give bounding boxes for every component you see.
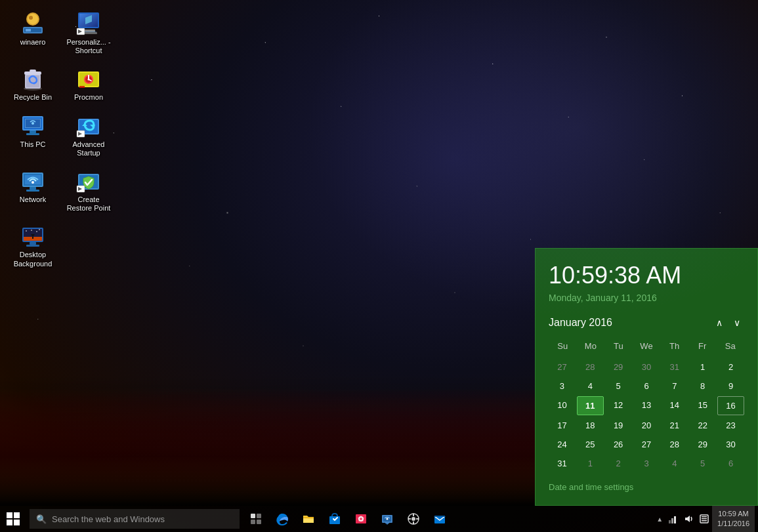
calendar-day[interactable]: 30 (633, 358, 660, 376)
desktop-icon-this-pc[interactable]: This PC (7, 109, 59, 161)
taskbar-explorer[interactable] (295, 506, 322, 532)
svg-rect-62 (251, 514, 255, 518)
calendar-day[interactable]: 31 (661, 358, 688, 376)
calendar-day[interactable]: 30 (717, 436, 744, 453)
calendar-day[interactable]: 28 (577, 358, 604, 376)
tray-network-icon[interactable] (665, 506, 681, 532)
taskbar-connect[interactable] (374, 506, 400, 532)
calendar-day[interactable]: 7 (661, 377, 688, 395)
this-pc-icon (20, 112, 46, 138)
svg-rect-60 (30, 242, 36, 245)
desktop-icons-container: winaero (7, 7, 115, 275)
calendar-day[interactable]: 12 (605, 396, 632, 415)
datetime-settings-link[interactable]: Date and time settings (549, 482, 744, 492)
calendar-day[interactable]: 2 (717, 358, 744, 376)
calendar-day[interactable]: 1 (577, 455, 604, 472)
taskbar-pinned-apps (243, 506, 453, 532)
calendar-day-headers: Su Mo Tu We Th Fr Sa (549, 339, 744, 353)
clock-date-display: Monday, January 11, 2016 (549, 293, 744, 303)
calendar-prev-button[interactable]: ∧ (712, 316, 726, 329)
calendar-day[interactable]: 3 (549, 377, 576, 395)
tray-volume-icon[interactable] (681, 506, 696, 532)
day-header-fr: Fr (688, 339, 717, 353)
taskbar-task-view[interactable] (243, 506, 269, 532)
calendar-day[interactable]: 4 (661, 455, 688, 472)
calendar-day[interactable]: 6 (633, 377, 660, 395)
search-icon: 🔍 (36, 514, 47, 524)
winaero-icon (20, 10, 46, 36)
calendar-day[interactable]: 27 (633, 436, 660, 453)
taskbar-mail[interactable] (427, 506, 453, 532)
calendar-day[interactable]: 5 (689, 455, 716, 472)
svg-point-2 (29, 16, 33, 20)
taskbar-store[interactable] (322, 506, 348, 532)
svg-rect-61 (26, 245, 39, 247)
svg-rect-5 (26, 29, 31, 31)
calendar-day[interactable]: 19 (605, 417, 632, 434)
calendar-day[interactable]: 24 (549, 436, 576, 453)
day-header-mo: Mo (577, 339, 605, 353)
calendar-next-button[interactable]: ∨ (730, 316, 744, 329)
calendar-day[interactable]: 1 (689, 358, 716, 376)
icon-row-4: Desktop Background (7, 219, 115, 271)
calendar-day[interactable]: 15 (689, 396, 716, 415)
clock-calendar-popup: 10:59:38 AM Monday, January 11, 2016 Jan… (535, 248, 758, 506)
svg-rect-83 (434, 516, 445, 517)
desktop-icon-desktop-bg[interactable]: Desktop Background (7, 219, 59, 271)
personalize-label: Personaliz... - Shortcut (66, 38, 112, 55)
calendar-day[interactable]: 10 (549, 396, 576, 415)
calendar-day[interactable]: 23 (717, 417, 744, 434)
desktop-icon-winaero[interactable]: winaero (7, 7, 59, 58)
calendar-day[interactable]: 29 (689, 436, 716, 453)
calendar-day[interactable]: 17 (549, 417, 576, 434)
svg-point-55 (31, 230, 32, 232)
start-button[interactable] (0, 506, 26, 532)
calendar-day[interactable]: 29 (605, 358, 632, 376)
day-header-sa: Sa (716, 339, 744, 353)
desktop-icon-create-restore[interactable]: Create Restore Point (62, 164, 115, 216)
desktop-icon-network[interactable]: Network (7, 164, 59, 216)
calendar-day[interactable]: 11 (577, 396, 604, 415)
desktop-icon-advanced-startup[interactable]: Advanced Startup (62, 109, 115, 161)
calendar-day[interactable]: 3 (633, 455, 660, 472)
calendar-day[interactable]: 27 (549, 358, 576, 376)
svg-marker-87 (685, 516, 690, 522)
desktop-icon-personalize[interactable]: Personaliz... - Shortcut (62, 7, 115, 58)
calendar-day[interactable]: 28 (661, 436, 688, 453)
calendar-day[interactable]: 18 (577, 417, 604, 434)
icon-row-3: Network (7, 164, 115, 216)
desktop-icon-recycle-bin[interactable]: Recycle Bin (7, 62, 59, 105)
svg-point-57 (39, 230, 40, 231)
taskbar-settings[interactable] (400, 506, 427, 532)
this-pc-label: This PC (20, 140, 45, 149)
calendar-day[interactable]: 2 (605, 455, 632, 472)
calendar-day[interactable]: 9 (717, 377, 744, 395)
calendar-day[interactable]: 22 (689, 417, 716, 434)
taskbar-media[interactable] (348, 506, 374, 532)
recycle-bin-icon (20, 65, 46, 91)
svg-point-1 (28, 14, 38, 24)
tray-chevron-icon[interactable]: ▲ (654, 516, 665, 523)
tray-action-center-icon[interactable] (696, 506, 712, 532)
calendar-day[interactable]: 4 (577, 377, 604, 395)
taskbar-edge[interactable] (269, 506, 295, 532)
calendar-day[interactable]: 25 (577, 436, 604, 453)
calendar-day[interactable]: 21 (661, 417, 688, 434)
calendar-day[interactable]: 6 (717, 455, 744, 472)
desktop-icon-procmon[interactable]: Procmon (62, 62, 115, 105)
calendar-day[interactable]: 31 (549, 455, 576, 472)
calendar-month-label[interactable]: January 2016 (549, 317, 612, 329)
calendar-day[interactable]: 13 (633, 396, 660, 415)
calendar-day[interactable]: 20 (633, 417, 660, 434)
clock-time-display: 10:59:38 AM (549, 262, 744, 289)
procmon-icon (75, 65, 102, 91)
calendar-day[interactable]: 8 (689, 377, 716, 395)
svg-point-43 (32, 181, 34, 184)
calendar-day[interactable]: 26 (605, 436, 632, 453)
clock-tray-display[interactable]: 10:59 AM 1/11/2016 (712, 506, 755, 532)
calendar-day[interactable]: 5 (605, 377, 632, 395)
search-bar[interactable]: 🔍 Search the web and Windows (30, 509, 240, 529)
svg-rect-80 (408, 518, 411, 520)
calendar-day[interactable]: 16 (717, 396, 744, 415)
calendar-day[interactable]: 14 (661, 396, 688, 415)
